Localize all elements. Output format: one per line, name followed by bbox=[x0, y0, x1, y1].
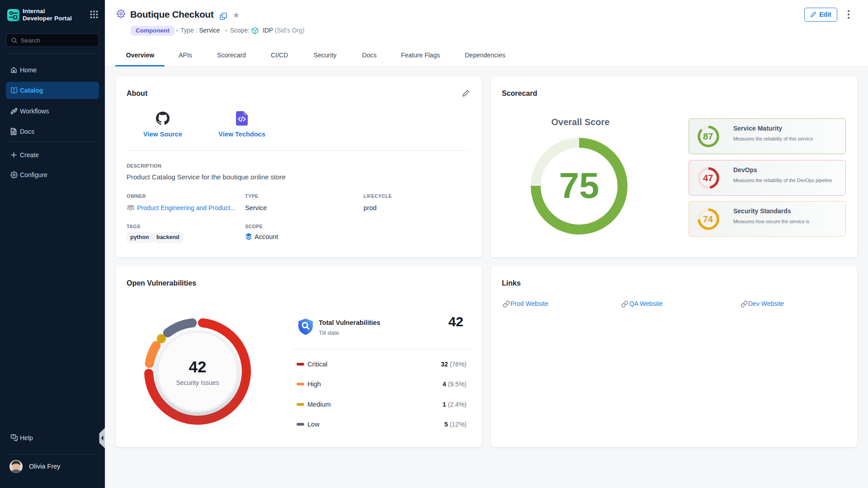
svg-text:?: ? bbox=[12, 435, 14, 438]
